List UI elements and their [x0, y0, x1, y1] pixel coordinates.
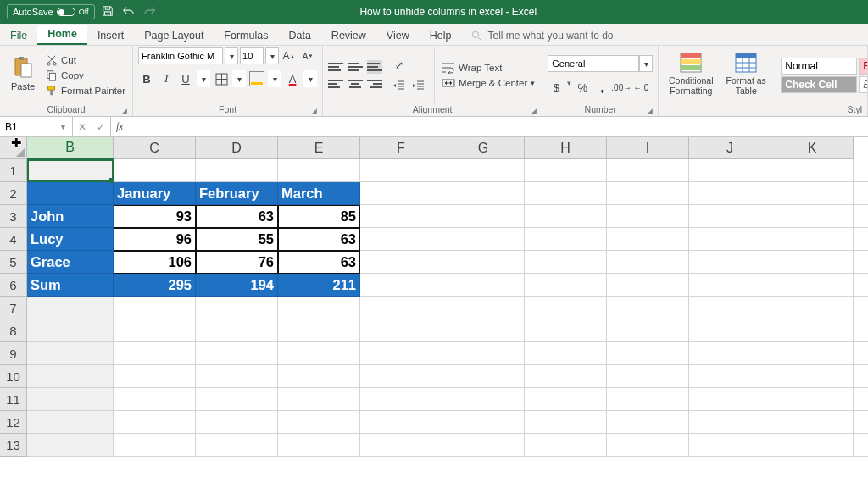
tab-formulas[interactable]: Formulas [214, 26, 278, 45]
cell[interactable] [689, 365, 771, 388]
cell[interactable] [689, 205, 771, 228]
cell[interactable] [607, 274, 689, 297]
select-all-corner[interactable]: ✚ [0, 137, 27, 159]
cell[interactable] [525, 182, 607, 205]
cell[interactable] [442, 182, 525, 205]
align-middle-icon[interactable] [348, 60, 363, 74]
cell[interactable] [854, 319, 868, 342]
align-right-icon[interactable] [367, 77, 382, 91]
font-color-button[interactable]: A [284, 70, 301, 87]
cell[interactable] [360, 365, 442, 388]
undo-icon[interactable] [120, 5, 136, 19]
cell[interactable]: 85 [278, 205, 360, 228]
cell[interactable] [525, 251, 607, 274]
cell-grid[interactable]: JanuaryFebruaryMarchJohn936385Lucy965563… [27, 159, 868, 488]
chevron-down-icon[interactable]: ▾ [639, 55, 653, 72]
cell[interactable] [771, 182, 854, 205]
cell[interactable]: Lucy [27, 228, 114, 251]
cell[interactable] [442, 319, 525, 342]
cell[interactable]: 194 [196, 274, 278, 297]
row-header[interactable]: 1 [0, 159, 27, 182]
cell[interactable] [442, 388, 525, 411]
cell[interactable] [854, 365, 868, 388]
wrap-text-button[interactable]: Wrap Text [440, 61, 537, 75]
cell[interactable]: 96 [114, 228, 196, 251]
cell[interactable] [360, 182, 442, 205]
accounting-icon[interactable]: $ [548, 79, 565, 96]
cell[interactable] [771, 319, 854, 342]
row-header[interactable]: 2 [0, 182, 27, 205]
cell[interactable] [360, 434, 442, 457]
cell[interactable] [442, 411, 525, 434]
cell[interactable] [689, 182, 771, 205]
cell[interactable] [525, 159, 607, 182]
cell[interactable] [525, 388, 607, 411]
cell[interactable]: 211 [278, 274, 360, 297]
cell[interactable] [196, 411, 278, 434]
cell[interactable] [771, 342, 854, 365]
increase-indent-icon[interactable] [410, 77, 427, 94]
cell[interactable] [689, 388, 771, 411]
row-header[interactable]: 4 [0, 228, 27, 251]
row-header[interactable]: 12 [0, 411, 27, 434]
cell[interactable] [525, 228, 607, 251]
cell[interactable] [114, 434, 196, 457]
cell[interactable] [114, 365, 196, 388]
cell[interactable]: 106 [114, 251, 196, 274]
cell[interactable] [442, 159, 525, 182]
chevron-down-icon[interactable]: ▾ [265, 47, 279, 64]
align-center-icon[interactable] [348, 77, 363, 91]
cell[interactable] [525, 411, 607, 434]
cell[interactable]: 93 [114, 205, 196, 228]
row-header[interactable]: 8 [0, 319, 27, 342]
format-painter-button[interactable]: Format Painter [44, 84, 127, 97]
accept-formula-icon[interactable]: ✓ [92, 121, 110, 133]
cell[interactable]: February [196, 182, 278, 205]
cell[interactable] [689, 319, 771, 342]
cell[interactable] [360, 251, 442, 274]
cell[interactable] [27, 342, 114, 365]
cell[interactable] [854, 388, 868, 411]
cell[interactable] [196, 159, 278, 182]
cell[interactable] [771, 297, 854, 319]
style-normal[interactable]: Normal [781, 58, 857, 75]
cell[interactable] [525, 205, 607, 228]
cell[interactable]: March [278, 182, 360, 205]
italic-button[interactable]: I [158, 70, 175, 87]
cell[interactable] [27, 319, 114, 342]
col-header-c[interactable]: C [114, 137, 196, 159]
cell[interactable] [607, 388, 689, 411]
cell[interactable] [27, 411, 114, 434]
tab-review[interactable]: Review [321, 26, 376, 45]
cell[interactable] [442, 205, 525, 228]
col-header-e[interactable]: E [278, 137, 360, 159]
cell[interactable] [771, 251, 854, 274]
cell[interactable] [360, 342, 442, 365]
col-header-j[interactable]: J [689, 137, 771, 159]
col-header-b[interactable]: B [27, 137, 114, 159]
align-bottom-icon[interactable] [367, 60, 382, 74]
cell[interactable] [278, 411, 360, 434]
cell[interactable] [27, 434, 114, 457]
cell[interactable] [442, 297, 525, 319]
cell[interactable] [771, 365, 854, 388]
tab-help[interactable]: Help [420, 26, 462, 45]
cell[interactable] [27, 297, 114, 319]
tab-data[interactable]: Data [278, 26, 320, 45]
cell[interactable] [607, 251, 689, 274]
chevron-down-icon[interactable]: ▾ [197, 70, 210, 87]
cell[interactable] [360, 411, 442, 434]
style-explanatory[interactable]: Explanatory … [859, 76, 868, 93]
cell[interactable] [689, 159, 771, 182]
tab-home[interactable]: Home [37, 25, 87, 45]
underline-button[interactable]: U [177, 70, 194, 87]
cell[interactable]: 63 [278, 251, 360, 274]
cell[interactable] [607, 342, 689, 365]
cell[interactable] [114, 388, 196, 411]
cell[interactable] [278, 388, 360, 411]
save-icon[interactable] [102, 5, 114, 19]
tab-view[interactable]: View [376, 26, 420, 45]
cell[interactable] [771, 228, 854, 251]
cell[interactable] [525, 274, 607, 297]
cut-button[interactable]: Cut [44, 53, 127, 67]
